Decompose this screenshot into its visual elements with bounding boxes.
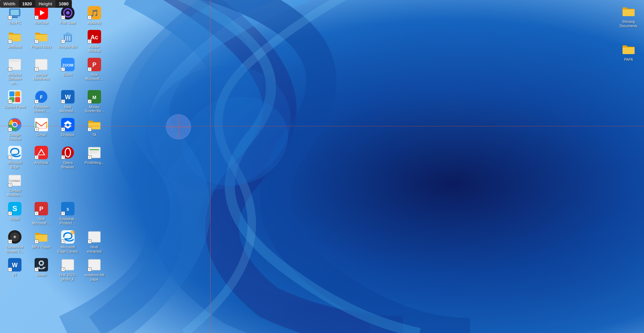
new-microsoft-3-icon: P ↗: [35, 202, 48, 215]
shortcut-arrow: ↗: [88, 99, 92, 103]
shortcut-arrow: ↗: [8, 39, 12, 43]
icon-tweakshot[interactable]: ↗ TweakShot Screen C...: [3, 228, 27, 255]
youtube-label: YouTube: [34, 21, 48, 25]
icon-jetboost[interactable]: ↗ JetBoost: [3, 28, 27, 54]
shortcut-arrow: ↗: [8, 211, 12, 215]
svg-text:S: S: [66, 207, 69, 211]
icon-pixlr-suite[interactable]: ↗ Pixlr Suite: [56, 4, 80, 27]
icon-anydesk[interactable]: ↗ AnyDesk: [29, 144, 53, 170]
svg-point-78: [43, 267, 44, 268]
desktop-icons-right: Shivang Documents PAPA: [614, 0, 644, 66]
mpv-player-icon: ↗: [35, 230, 48, 244]
svg-rect-34: [15, 91, 20, 96]
icon-pf[interactable]: W ↗ Pf: [3, 256, 27, 283]
shortcut-arrow: ↗: [88, 15, 92, 19]
shortcut-arrow: ↗: [35, 155, 39, 159]
icon-project-story[interactable]: ↗ Project Story: [29, 28, 53, 54]
icon-microsoft-edge[interactable]: ↗ Microsoft Edge: [3, 144, 27, 170]
this-pc-label: This PC: [8, 21, 21, 25]
icon-mpv-player[interactable]: ↗ MPV Player: [29, 228, 53, 255]
icon-recycle-bin[interactable]: ↗ Recycle Bin: [56, 28, 80, 54]
shortcut-arrow: ↗: [61, 155, 65, 159]
icon-contact-mcafee[interactable]: Contact ↗ Contact McAfee...: [3, 172, 27, 199]
antivirus-icon: ↗: [8, 58, 21, 71]
svg-point-51: [65, 148, 71, 157]
prowriting-icon: ↗: [88, 146, 101, 159]
icon-skype[interactable]: S ↗ Skype: [3, 200, 27, 227]
steam-label: Steam: [36, 273, 46, 277]
antivirus-label: Antivirus Software an...: [4, 73, 26, 85]
svg-rect-55: [90, 153, 97, 153]
icon-shivang-documents[interactable]: Shivang Documents: [615, 3, 642, 29]
project-story-label: Project Story: [31, 45, 51, 49]
google-chrome-label: Google Chrome: [4, 133, 26, 141]
svg-text:C: C: [72, 231, 74, 234]
icon-prowriting[interactable]: ↗ ProWriting...: [82, 144, 106, 170]
svg-text:W: W: [65, 94, 71, 100]
shortcut-arrow: ↗: [88, 67, 92, 71]
icon-antivirus[interactable]: ↗ Antivirus Software an...: [3, 56, 27, 87]
control-panel-icon: ↗: [8, 90, 21, 103]
shortcut-arrow: ↗: [8, 155, 12, 159]
shortcut-arrow: ↗: [8, 127, 12, 131]
svg-point-76: [40, 262, 43, 264]
zoom-icon: ZOOM ↗: [61, 58, 75, 71]
icon-papa-folder[interactable]: PAPA: [615, 41, 642, 63]
icon-new-microsoft-3[interactable]: P ↗ New Microsoft ...: [29, 200, 53, 227]
papa-folder-label: PAPA: [624, 57, 633, 62]
opera-browser-icon: ↗: [61, 146, 75, 159]
edge-canary-icon: C ↗: [61, 230, 75, 244]
icon-this-pc[interactable]: ↗ This PC: [3, 4, 27, 27]
skype-label: Skype: [10, 217, 19, 221]
icon-control-panel[interactable]: ↗ Control Panel: [3, 88, 27, 115]
icon-sample-blankness[interactable]: ↗ sample blankness: [29, 56, 53, 87]
microsoft-edge-icon: ↗: [8, 146, 21, 159]
icon-opera-browser[interactable]: ↗ Opera Browser: [56, 144, 80, 170]
new-microsoft-3-label: New Microsoft ...: [31, 217, 52, 225]
svg-rect-5: [11, 10, 19, 15]
icon-ta-folder[interactable]: ↗ TA: [82, 116, 106, 142]
new-microsoft-1-icon: P ↗: [88, 58, 101, 71]
svg-rect-24: [10, 60, 19, 61]
icon-audacity[interactable]: 🎵 ↗ Audacity: [82, 4, 106, 27]
icon-systweak-product[interactable]: S ↗ Systweak - Product ...: [56, 200, 80, 227]
icon-gmail[interactable]: ↗ Gmail: [29, 116, 53, 142]
desktop-icons-left: ↗ This PC ↗ YouTube ↗: [0, 0, 104, 333]
icon-new-microsoft-2[interactable]: W ↗ New Microsof...: [56, 88, 80, 115]
shortcut-arrow: ↗: [88, 267, 92, 272]
vodafone-bill-icon: ↗: [88, 258, 101, 272]
icon-year-2023-photo[interactable]: ↗ Year 2023 - photo_F: [56, 256, 80, 283]
hindi-extracted-label: hindi extracted: [84, 245, 105, 253]
icon-forbidden-home[interactable]: F ↗ Forbidden (Home) ...: [29, 88, 53, 115]
icon-moravi-screen[interactable]: M ↗ Moravi Screen Re...: [82, 88, 106, 115]
icon-adobe-acrobat[interactable]: Ac ↗ Adobe Acrobat: [82, 28, 106, 54]
icon-hindi-extracted[interactable]: ↗ hindi extracted: [82, 228, 106, 255]
shortcut-arrow: ↗: [35, 127, 39, 131]
google-chrome-icon: ↗: [8, 118, 21, 131]
opera-browser-label: Opera Browser: [57, 161, 79, 169]
pixlr-label: Pixlr Suite: [60, 21, 76, 25]
sample-blankness-icon: ↗: [35, 58, 48, 71]
shortcut-arrow: ↗: [8, 267, 12, 272]
shortcut-arrow: ↗: [35, 67, 39, 71]
skype-icon: S ↗: [8, 202, 21, 215]
dropbox-icon: ↗: [61, 118, 75, 131]
gmail-label: Gmail: [37, 133, 46, 137]
svg-rect-33: [9, 91, 14, 96]
svg-rect-7: [11, 17, 18, 18]
youtube-icon: ↗: [35, 6, 48, 19]
contact-mcafee-label: Contact McAfee...: [4, 189, 26, 197]
contact-mcafee-icon: Contact ↗: [8, 174, 21, 187]
icon-vodafone-bill[interactable]: ↗ vodafone bill papa: [82, 256, 106, 283]
icon-dropbox[interactable]: ↗ Dropbox: [56, 116, 80, 142]
shortcut-arrow: ↗: [61, 127, 65, 131]
icon-google-chrome[interactable]: ↗ Google Chrome: [3, 116, 27, 142]
icon-zoom[interactable]: ZOOM ↗ Zoom: [56, 56, 80, 87]
icon-steam[interactable]: ↗ Steam: [29, 256, 53, 283]
svg-text:M: M: [92, 95, 96, 100]
icon-edge-canary[interactable]: C ↗ Microsoft Edge Canary: [56, 228, 80, 255]
icon-new-microsoft-1[interactable]: P ↗ New Microsoft ...: [82, 56, 106, 87]
icon-youtube[interactable]: ↗ YouTube: [29, 4, 53, 27]
shortcut-arrow: ↗: [88, 39, 92, 43]
new-microsoft-2-icon: W ↗: [61, 90, 75, 103]
